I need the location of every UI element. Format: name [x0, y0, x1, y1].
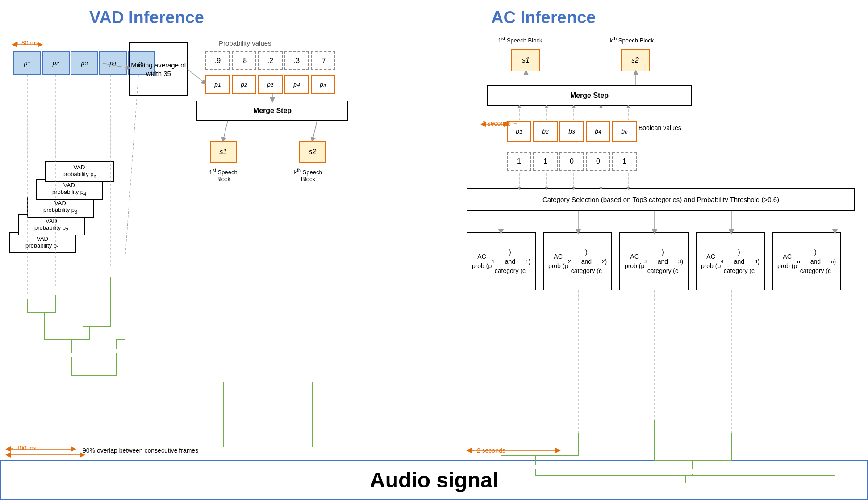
vad-merge-box: Merge Step: [196, 101, 348, 121]
vad-prob-p3: VADprobability p3: [27, 197, 94, 218]
prob-orange-2: p2: [232, 75, 256, 94]
prob-dashed-1: .9: [205, 51, 230, 70]
svg-line-4: [223, 121, 228, 140]
ac-b2: b2: [533, 121, 558, 142]
ac-prob-4: ACprob (p4)andcategory (c4): [696, 232, 765, 290]
frame-p4: p4: [99, 51, 127, 75]
ac-2sec-bottom-value: 2 seconds: [477, 447, 505, 454]
ac-2sec-bottom-label: ↔ 2 seconds: [469, 447, 505, 454]
ac-s1-box: s1: [511, 49, 540, 71]
ac-2sec-text: 2 seconds: [482, 120, 511, 127]
ac-prob-3: ACprob (p3)andcategory (c3): [619, 232, 689, 290]
bool-label: Boolean values: [638, 124, 681, 131]
vad-prob-p2: VADprobability p2: [18, 214, 85, 235]
audio-signal-label: Audio signal: [370, 468, 498, 492]
frame-p3: p3: [71, 51, 98, 75]
vad-title: VAD Inference: [89, 8, 204, 27]
svg-line-5: [313, 121, 317, 140]
prob-dashed-n: .7: [311, 51, 335, 70]
bool-n: 1: [612, 152, 637, 171]
prob-orange-row: p1 p2 p3 p4 pn: [205, 75, 335, 94]
vad-800ms-value: 800 ms: [16, 445, 37, 452]
frame-p2: p2: [42, 51, 70, 75]
vad-s1-label: 1st SpeechBlock: [201, 168, 246, 182]
prob-orange-1: p1: [205, 75, 230, 94]
arrow-left-icon: ↔: [13, 39, 20, 46]
ac-s2-box: s2: [621, 49, 650, 71]
ms-value: 80 ms: [21, 39, 38, 46]
bool-row: 1 1 0 0 1: [507, 152, 637, 171]
svg-line-2: [188, 69, 204, 83]
prob-orange-3: p3: [258, 75, 283, 94]
ac-arrow-right-icon: →: [513, 120, 519, 127]
vad-s2-label: kth SpeechBlock: [286, 168, 330, 182]
ac-2sec-label: 2 seconds →: [482, 120, 519, 127]
vad-s2-box: s2: [299, 141, 326, 163]
cat-sel-box: Category Selection (based on Top3 catego…: [467, 188, 855, 211]
bool-1: 1: [507, 152, 531, 171]
ac-bn: bn: [612, 121, 637, 142]
ac-b4: b4: [586, 121, 610, 142]
bool-2: 1: [533, 152, 558, 171]
frame-p1: p1: [13, 51, 41, 75]
ac-prob-n: ACprob (pn)andcategory (cn): [772, 232, 841, 290]
prob-dashed-row: .9 .8 .2 .3 .7: [205, 51, 335, 70]
moving-avg-text: Moving average of width 35: [130, 61, 187, 78]
vad-800ms-label: ↔ 800 ms: [8, 445, 37, 452]
overlap-label: 90% overlap between consecutive frames: [83, 447, 198, 454]
ac-prob-2: ACprob (p2)andcategory (c2): [543, 232, 612, 290]
bool-3: 0: [559, 152, 584, 171]
bool-4: 0: [586, 152, 610, 171]
vad-prob-pn: VADprobability pn: [45, 161, 114, 182]
vad-prob-p1: VADprobability p1: [9, 232, 76, 253]
prob-dashed-4: .3: [284, 51, 309, 70]
audio-bar: Audio signal: [0, 460, 868, 500]
prob-dashed-3: .2: [258, 51, 283, 70]
ms-label: ↔ 80 ms: [13, 39, 38, 46]
prob-orange-4: p4: [284, 75, 309, 94]
vad-prob-p4: VADprobability p4: [36, 179, 103, 200]
svg-line-10: [125, 75, 138, 259]
ac-b3: b3: [559, 121, 584, 142]
ac-merge-box: Merge Step: [487, 85, 692, 106]
ac-s2-label: kth Speech Block: [603, 36, 661, 44]
prob-values-label: Probability values: [219, 39, 271, 47]
ac-s1-label: 1st Speech Block: [491, 36, 549, 44]
ac-title: AC Inference: [491, 8, 596, 27]
prob-orange-n: pn: [311, 75, 335, 94]
ac-prob-row: ACprob (p1)andcategory (c1) ACprob (p2)a…: [467, 232, 841, 290]
prob-dashed-2: .8: [232, 51, 256, 70]
ac-b-row: b1 b2 b3 b4 bn: [507, 121, 637, 142]
vad-s1-box: s1: [210, 141, 237, 163]
main-container: VAD Inference AC Inference Audio signal …: [0, 0, 868, 500]
moving-avg-box: Moving average of width 35: [129, 42, 188, 96]
ac-prob-1: ACprob (p1)andcategory (c1): [467, 232, 536, 290]
